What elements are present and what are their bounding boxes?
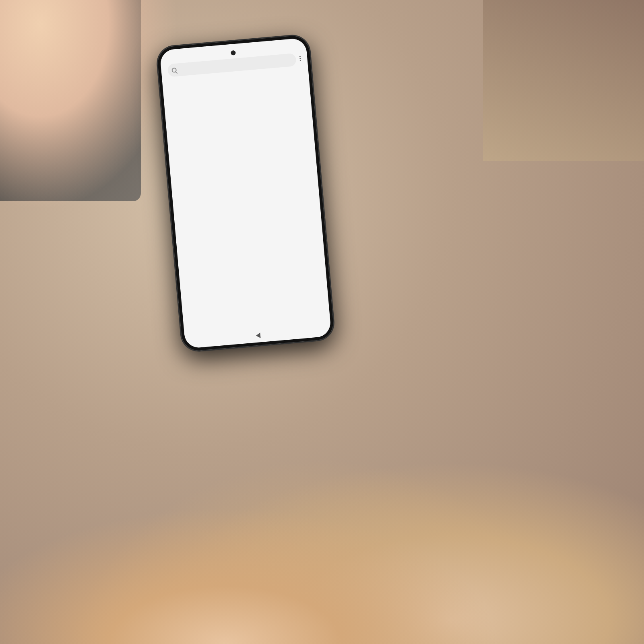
front-camera bbox=[231, 50, 236, 56]
back-button[interactable] bbox=[255, 332, 261, 339]
phone-body bbox=[156, 34, 335, 352]
phone-device bbox=[156, 34, 335, 352]
more-options-icon[interactable] bbox=[299, 56, 301, 61]
app-grid bbox=[165, 70, 327, 336]
search-icon bbox=[171, 68, 177, 73]
phone-screen bbox=[159, 38, 331, 349]
bottom-navigation bbox=[255, 332, 261, 339]
background-wall bbox=[483, 0, 644, 161]
